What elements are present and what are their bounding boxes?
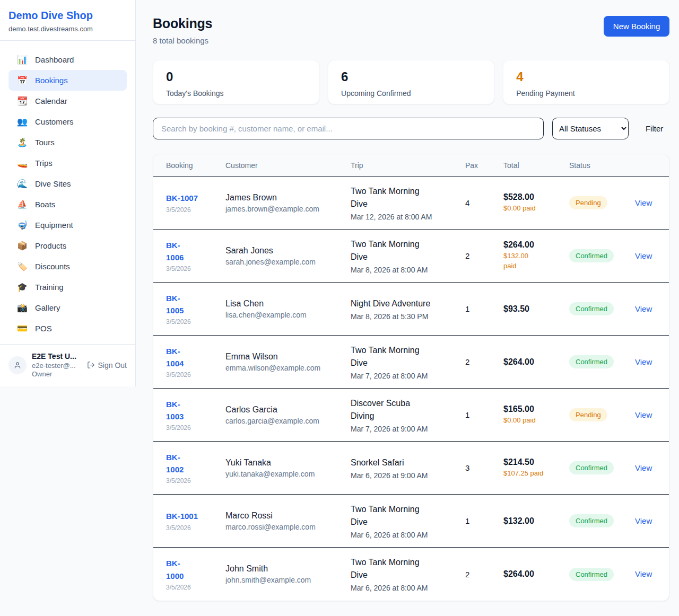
sidebar-item-boats[interactable]: ⛵ Boats <box>8 194 127 215</box>
booking-id-link[interactable]: BK-1001 <box>166 510 219 522</box>
status-cell: Confirmed <box>569 514 635 527</box>
customer-email: john.smith@example.com <box>225 576 344 584</box>
page-title: Bookings <box>153 16 212 31</box>
tear-off-calendar-icon: 📆 <box>17 97 28 105</box>
sidebar-item-training[interactable]: 🎓 Training <box>8 277 127 297</box>
camera-icon: 📸 <box>17 304 28 312</box>
sidebar-item-label: Boats <box>35 200 55 209</box>
bar-chart-icon: 📊 <box>17 56 28 64</box>
pax-cell: 1 <box>465 410 503 419</box>
booking-id-link[interactable]: BK- 1006 <box>166 239 219 264</box>
status-cell: Confirmed <box>569 461 635 474</box>
table-row: BK-1001 3/5/2026 Marco Rossi marco.rossi… <box>153 495 669 548</box>
booking-id-link[interactable]: BK- 1005 <box>166 292 219 317</box>
sidebar-item-bookings[interactable]: 📅 Bookings <box>8 70 127 91</box>
total-cell: $93.50 <box>503 304 569 314</box>
search-input[interactable] <box>153 118 544 139</box>
sailboat-icon: ⛵ <box>17 200 28 209</box>
view-link[interactable]: View <box>635 357 652 366</box>
total-amount: $264.00 <box>503 569 563 579</box>
total-cell: $132.00 <box>503 516 569 526</box>
sidebar-item-dive-sites[interactable]: 🌊 Dive Sites <box>8 173 127 194</box>
total-amount: $528.00 <box>503 192 563 202</box>
view-link[interactable]: View <box>635 251 652 260</box>
view-link[interactable]: View <box>635 304 652 313</box>
customer-email: emma.wilson@example.com <box>225 364 344 372</box>
total-amount: $93.50 <box>503 304 563 314</box>
trip-date: Mar 6, 2026 at 8:00 AM <box>351 531 459 539</box>
sidebar-item-pos[interactable]: 💳 POS <box>8 318 127 339</box>
stat-value: 0 <box>166 69 306 84</box>
column-header-status: Status <box>569 161 635 170</box>
customer-name: Carlos Garcia <box>225 405 344 415</box>
trip-name: Discover Scuba Diving <box>351 397 459 423</box>
sidebar-item-gallery[interactable]: 📸 Gallery <box>8 297 127 318</box>
main-content: Bookings 8 total bookings New Booking 0 … <box>136 0 679 616</box>
stat-card: 0 Today's Bookings <box>153 60 319 104</box>
customer-name: Lisa Chen <box>225 299 344 309</box>
sidebar-item-products[interactable]: 📦 Products <box>8 235 127 256</box>
table-row: BK- 1003 3/5/2026 Carlos Garcia carlos.g… <box>153 389 669 442</box>
booking-id-link[interactable]: BK-1007 <box>166 192 219 204</box>
stat-card: 6 Upcoming Confirmed <box>328 60 494 104</box>
customer-email: james.brown@example.com <box>225 205 344 213</box>
trip-date: Mar 7, 2026 at 9:00 AM <box>351 425 459 433</box>
sign-out-button[interactable]: Sign Out <box>87 361 127 369</box>
view-link[interactable]: View <box>635 569 652 578</box>
booking-id-link[interactable]: BK- 1003 <box>166 398 219 423</box>
booking-date: 3/5/2026 <box>166 524 219 532</box>
trip-date: Mar 6, 2026 at 8:00 AM <box>351 584 459 592</box>
customer-email: lisa.chen@example.com <box>225 311 344 319</box>
total-amount: $264.00 <box>503 357 563 367</box>
booking-id-link[interactable]: BK- 1000 <box>166 557 219 582</box>
stat-label: Upcoming Confirmed <box>341 89 481 98</box>
trip-cell: Discover Scuba Diving Mar 7, 2026 at 9:0… <box>351 397 465 433</box>
sidebar-item-trips[interactable]: 🚤 Trips <box>8 153 127 173</box>
credit-card-icon: 💳 <box>17 324 28 333</box>
trip-cell: Snorkel Safari Mar 6, 2026 at 9:00 AM <box>351 456 465 480</box>
sidebar-item-label: Customers <box>35 117 74 126</box>
trip-cell: Two Tank Morning Dive Mar 12, 2026 at 8:… <box>351 185 465 221</box>
booking-id-link[interactable]: BK- 1004 <box>166 345 219 370</box>
customer-name: Sarah Jones <box>225 246 344 256</box>
calendar-icon: 📅 <box>17 76 28 85</box>
sidebar-item-calendar[interactable]: 📆 Calendar <box>8 91 127 111</box>
sidebar-item-label: Dive Sites <box>35 179 71 188</box>
sidebar-item-dashboard[interactable]: 📊 Dashboard <box>8 49 127 70</box>
user-email: e2e-tester@... <box>32 362 82 369</box>
trip-cell: Two Tank Morning Dive Mar 7, 2026 at 8:0… <box>351 344 465 380</box>
sidebar-nav: 📊 Dashboard 📅 Bookings 📆 Calendar 👥 Cust… <box>0 41 135 344</box>
total-amount: $165.00 <box>503 404 563 414</box>
page-header: Bookings 8 total bookings New Booking <box>153 16 669 45</box>
trip-cell: Night Dive Adventure Mar 8, 2026 at 5:30… <box>351 297 465 321</box>
status-cell: Confirmed <box>569 355 635 368</box>
page-header-text: Bookings 8 total bookings <box>153 16 212 45</box>
trip-name: Snorkel Safari <box>351 456 459 469</box>
status-cell: Pending <box>569 408 635 421</box>
view-link[interactable]: View <box>635 516 652 525</box>
sidebar-item-label: Bookings <box>35 76 68 85</box>
sidebar-item-discounts[interactable]: 🏷️ Discounts <box>8 256 127 277</box>
pax-cell: 4 <box>465 198 503 207</box>
status-select[interactable]: All Statuses <box>552 118 629 139</box>
sidebar-item-label: Gallery <box>35 303 60 312</box>
total-amount: $264.00 <box>503 240 563 250</box>
bookings-table: BookingCustomerTripPaxTotalStatus BK-100… <box>153 154 669 601</box>
view-link[interactable]: View <box>635 410 652 419</box>
sidebar-item-equipment[interactable]: 🤿 Equipment <box>8 215 127 235</box>
trip-name: Night Dive Adventure <box>351 297 459 310</box>
booking-cell: BK- 1002 3/5/2026 <box>166 451 225 485</box>
view-link[interactable]: View <box>635 463 652 472</box>
booking-cell: BK- 1000 3/5/2026 <box>166 557 225 591</box>
booking-cell: BK- 1005 3/5/2026 <box>166 292 225 326</box>
speedboat-icon: 🚤 <box>17 159 28 168</box>
booking-id-link[interactable]: BK- 1002 <box>166 451 219 476</box>
filter-button[interactable]: Filter <box>639 120 669 137</box>
total-cell: $165.00 $0.00 paid <box>503 404 569 426</box>
new-booking-button[interactable]: New Booking <box>604 16 669 37</box>
sidebar-item-label: Calendar <box>35 96 67 105</box>
view-link[interactable]: View <box>635 198 652 207</box>
sidebar-item-tours[interactable]: 🏝️ Tours <box>8 132 127 153</box>
booking-date: 3/5/2026 <box>166 584 219 591</box>
sidebar-item-customers[interactable]: 👥 Customers <box>8 111 127 132</box>
